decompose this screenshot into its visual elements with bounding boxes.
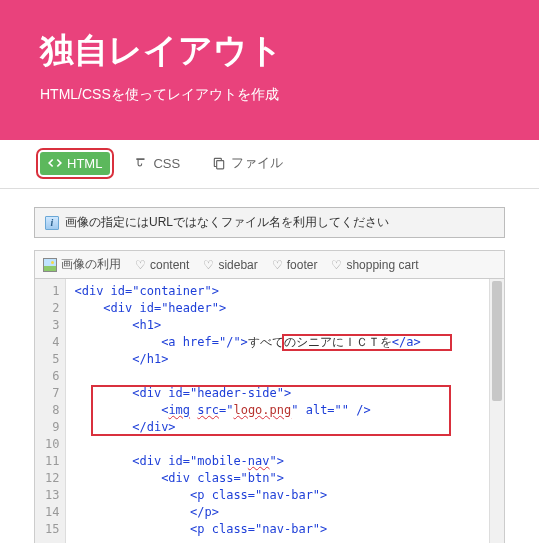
info-icon: i xyxy=(45,216,59,230)
tool-label: footer xyxy=(287,258,318,272)
tool-label: shopping cart xyxy=(346,258,418,272)
content-area: i 画像の指定にはURLではなくファイル名を利用してください 画像の利用 con… xyxy=(0,189,539,543)
heart-icon xyxy=(272,258,283,272)
tool-cart[interactable]: shopping cart xyxy=(331,258,418,272)
tool-image[interactable]: 画像の利用 xyxy=(43,256,121,273)
page-subtitle: HTML/CSSを使ってレイアウトを作成 xyxy=(40,86,499,104)
tool-label: sidebar xyxy=(218,258,257,272)
code-icon xyxy=(48,156,62,170)
code-editor[interactable]: 1 2 3 4 5 6 7 8 9 10 11 12 13 14 15 <div… xyxy=(34,279,505,543)
tab-css[interactable]: CSS xyxy=(126,152,188,175)
tool-sidebar[interactable]: sidebar xyxy=(203,258,257,272)
line-gutter: 1 2 3 4 5 6 7 8 9 10 11 12 13 14 15 xyxy=(35,279,66,543)
page-title: 独自レイアウト xyxy=(40,28,499,74)
scrollbar[interactable] xyxy=(489,279,504,543)
code-area[interactable]: <div id="container"> <div id="header"> <… xyxy=(66,279,504,543)
image-icon xyxy=(43,258,57,272)
tool-label: content xyxy=(150,258,189,272)
copy-icon xyxy=(212,156,226,170)
tab-file[interactable]: ファイル xyxy=(204,150,291,176)
heart-icon xyxy=(331,258,342,272)
tab-label: HTML xyxy=(67,156,102,171)
editor-toolbar: 画像の利用 content sidebar footer shopping ca… xyxy=(34,250,505,279)
svg-rect-1 xyxy=(217,161,224,169)
tab-html[interactable]: HTML xyxy=(40,152,110,175)
heart-icon xyxy=(135,258,146,272)
notice-bar: i 画像の指定にはURLではなくファイル名を利用してください xyxy=(34,207,505,238)
tab-bar: HTML CSS ファイル xyxy=(0,140,539,189)
paint-icon xyxy=(134,156,148,170)
notice-text: 画像の指定にはURLではなくファイル名を利用してください xyxy=(65,214,389,231)
tool-footer[interactable]: footer xyxy=(272,258,318,272)
tab-label: CSS xyxy=(153,156,180,171)
scrollbar-thumb[interactable] xyxy=(492,281,502,401)
tool-label: 画像の利用 xyxy=(61,256,121,273)
page-header: 独自レイアウト HTML/CSSを使ってレイアウトを作成 xyxy=(0,0,539,140)
tool-content[interactable]: content xyxy=(135,258,189,272)
heart-icon xyxy=(203,258,214,272)
tab-label: ファイル xyxy=(231,154,283,172)
